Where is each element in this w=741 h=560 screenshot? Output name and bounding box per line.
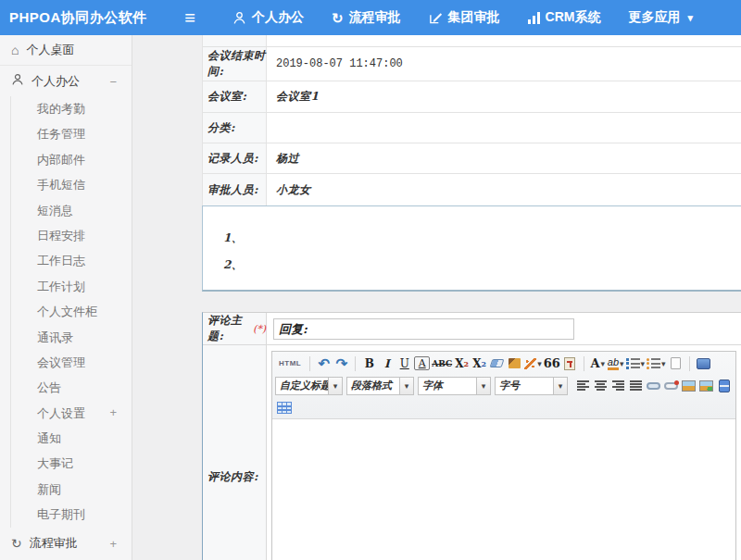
underline-button[interactable]: U — [396, 355, 412, 372]
redo-button[interactable]: ↷ — [333, 355, 349, 372]
italic-button[interactable]: I — [379, 355, 395, 372]
toolbar-separator — [689, 356, 690, 371]
sidebar-item-work-plan[interactable]: 工作计划 — [11, 274, 132, 299]
person-icon — [232, 11, 246, 25]
align-right-icon — [612, 380, 624, 391]
sidebar-item-personal-settings[interactable]: 个人设置 + — [11, 401, 132, 426]
sidebar-item-contacts[interactable]: 通讯录 — [11, 325, 132, 350]
sidebar-item-label: 公告 — [37, 380, 61, 394]
font-color-button[interactable]: A▾ — [590, 355, 606, 372]
fullscreen-button[interactable] — [696, 355, 711, 372]
insert-image-button[interactable] — [681, 377, 697, 394]
highlight-color-button[interactable]: ab▾ — [608, 355, 624, 372]
insert-table-button[interactable] — [276, 399, 292, 417]
toolbar-row-3 — [275, 397, 733, 417]
unlink-icon — [664, 382, 678, 390]
toolbar-separator — [309, 356, 310, 371]
chevron-down-icon: ▾ — [399, 378, 413, 394]
sidebar-item-label: 短消息 — [37, 204, 73, 218]
row-label-cell: 审批人员: — [203, 174, 267, 205]
font-size-select[interactable]: 字号 ▾ — [495, 377, 568, 395]
insert-media-button[interactable] — [716, 377, 732, 394]
bold-button[interactable]: B — [361, 355, 377, 372]
row-label-cell: 记录人员: — [203, 143, 267, 173]
justify-button[interactable] — [628, 377, 644, 394]
font-color-A: A — [590, 356, 599, 370]
sidebar-item-tasks[interactable]: 任务管理 — [11, 121, 132, 146]
nav-personal-office[interactable]: 个人办公 — [232, 9, 304, 26]
chevron-down-icon: ▾ — [537, 359, 542, 368]
sidebar-item-work-log[interactable]: 工作日志 — [11, 248, 132, 273]
sidebar-item-label: 通讯录 — [37, 330, 73, 344]
sidebar-item-big-events[interactable]: 大事记 — [11, 451, 132, 476]
sidebar-item-announcement[interactable]: 公告 — [11, 375, 132, 400]
paragraph-format-select[interactable]: 段落格式 ▾ — [346, 377, 414, 395]
sidebar-item-label: 工作日志 — [37, 254, 85, 268]
sidebar-item-file-cabinet[interactable]: 个人文件柜 — [11, 299, 132, 324]
sidebar-item-internal-mail[interactable]: 内部邮件 — [11, 147, 132, 172]
upload-image-button[interactable] — [698, 377, 714, 394]
nav-more-apps[interactable]: 更多应用 ▾ — [628, 9, 693, 26]
comment-subject-input[interactable] — [273, 318, 574, 340]
sidebar-group-label: 个人办公 — [31, 73, 80, 90]
sidebar-item-sms[interactable]: 手机短信 — [11, 172, 132, 197]
sidebar-item-label: 任务管理 — [37, 127, 85, 141]
insert-link-button[interactable] — [646, 377, 661, 394]
remove-link-button[interactable] — [663, 377, 679, 394]
nav-group-approval[interactable]: 集团审批 — [429, 9, 500, 26]
nav-crm-system[interactable]: CRM系统 — [528, 9, 601, 26]
sidebar-group-workflow-approval[interactable]: ↻ 流程审批 + — [0, 529, 132, 558]
required-mark: (*) — [253, 323, 266, 335]
hamburger-menu-icon[interactable]: ≡ — [174, 7, 206, 29]
expand-plus-icon[interactable]: + — [109, 401, 117, 426]
superscript-button[interactable]: X2 — [454, 355, 470, 372]
sidebar-item-attendance[interactable]: 我的考勤 — [11, 96, 132, 121]
html-source-button[interactable]: HTML — [276, 355, 304, 372]
select-value: 段落格式 — [347, 379, 399, 392]
app-logo: PHPOA协同办公软件 — [0, 9, 174, 27]
blockquote-button[interactable]: 66 — [544, 355, 560, 372]
font-family-select[interactable]: 字体 ▾ — [418, 377, 491, 395]
sidebar-item-desktop[interactable]: ⌂ 个人桌面 — [0, 35, 132, 66]
expand-plus-icon[interactable]: + — [109, 537, 117, 551]
editor-content-area[interactable] — [272, 419, 735, 560]
sidebar-item-label: 通知 — [37, 431, 61, 445]
sidebar-item-schedule[interactable]: 日程安排 — [11, 223, 132, 248]
format-brush-button[interactable] — [507, 355, 522, 372]
sidebar-group-personal-office[interactable]: 个人办公 − — [0, 66, 132, 96]
row-label-cell: 评论内容: — [203, 345, 267, 560]
sidebar: ⌂ 个人桌面 个人办公 − 我的考勤 任务管理 内部邮件 手机短信 短消息 日程… — [0, 35, 132, 560]
pen-color-button[interactable]: ▾ — [524, 355, 542, 372]
align-left-button[interactable] — [575, 377, 591, 394]
nav-label: 更多应用 — [628, 9, 680, 26]
font-style-button[interactable]: A — [414, 356, 430, 370]
paste-from-word-button[interactable] — [562, 355, 578, 372]
sidebar-item-meeting-management[interactable]: 会议管理 — [11, 350, 132, 375]
new-page-button[interactable] — [668, 355, 684, 372]
unordered-list-button[interactable]: ▾ — [647, 355, 666, 372]
row-value-cell: 2019-08-07 11:47:00 — [267, 47, 741, 81]
undo-button[interactable]: ↶ — [316, 355, 332, 372]
sidebar-item-news[interactable]: 新闻 — [11, 477, 132, 502]
field-label: 评论内容: — [207, 469, 258, 485]
field-label: 评论主题: — [207, 313, 250, 344]
toolbar-row-2: 自定义标题 ▾ 段落格式 ▾ 字体 ▾ — [275, 374, 733, 397]
eraser-button[interactable] — [489, 355, 505, 372]
custom-heading-select[interactable]: 自定义标题 ▾ — [275, 377, 343, 395]
align-right-button[interactable] — [610, 377, 626, 394]
align-center-button[interactable] — [593, 377, 609, 394]
chevron-down-icon: ▾ — [553, 378, 567, 394]
sidebar-item-notification[interactable]: 通知 — [11, 426, 132, 451]
sidebar-item-label: 个人文件柜 — [37, 305, 97, 318]
main-content: 会议结束时间: 2019-08-07 11:47:00 会议室: 会议室1 分类… — [132, 35, 741, 560]
collapse-minus-icon[interactable]: − — [109, 74, 117, 88]
sidebar-item-short-message[interactable]: 短消息 — [11, 198, 132, 223]
top-nav: 个人办公 ↻ 流程审批 集团审批 CRM系统 更多应用 ▾ — [219, 9, 707, 26]
strikethrough-button[interactable]: ABC — [432, 355, 452, 372]
nav-workflow-approval[interactable]: ↻ 流程审批 — [332, 9, 401, 26]
subscript-button[interactable]: X2 — [471, 355, 487, 372]
sidebar-item-e-journal[interactable]: 电子期刊 — [11, 502, 132, 527]
pen-icon — [524, 358, 536, 369]
ordered-list-button[interactable]: ▾ — [626, 355, 646, 372]
page-icon — [671, 357, 681, 369]
